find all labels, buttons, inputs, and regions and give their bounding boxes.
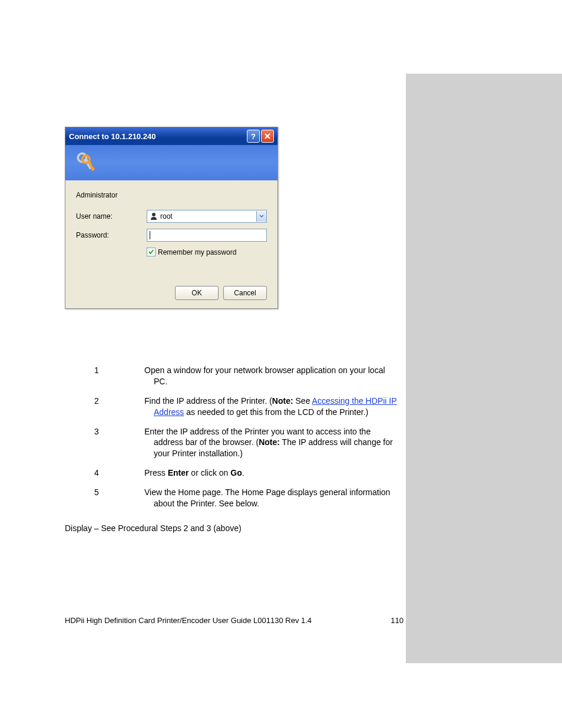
titlebar-buttons: ? bbox=[247, 130, 274, 143]
step-text: Find the IP address of the Printer. (Not… bbox=[144, 396, 401, 418]
step-number: 2 bbox=[94, 396, 144, 418]
remember-checkbox[interactable] bbox=[147, 248, 156, 256]
dialog-titlebar: Connect to 10.1.210.240 ? bbox=[65, 127, 277, 145]
realm-label: Administrator bbox=[76, 191, 267, 199]
step-row: 1 Open a window for your network browser… bbox=[94, 365, 401, 387]
username-value: root bbox=[160, 212, 256, 220]
page-content: Connect to 10.1.210.240 ? Administrator … bbox=[65, 127, 404, 533]
text-cursor bbox=[150, 231, 150, 239]
help-button[interactable]: ? bbox=[247, 130, 260, 143]
checkmark-icon bbox=[148, 249, 154, 255]
step-number: 1 bbox=[94, 365, 144, 387]
step-number: 5 bbox=[94, 487, 144, 509]
keys-icon bbox=[74, 150, 101, 176]
dropdown-arrow[interactable] bbox=[256, 211, 266, 222]
step-text: Press Enter or click on Go. bbox=[144, 467, 401, 479]
close-icon bbox=[264, 133, 271, 140]
steps-table: 1 Open a window for your network browser… bbox=[94, 365, 401, 509]
step-row: 3 Enter the IP address of the Printer yo… bbox=[94, 426, 401, 460]
step-text: View the Home page. The Home Page displa… bbox=[144, 487, 401, 509]
password-row: Password: bbox=[76, 229, 267, 242]
display-caption: Display – See Procedural Steps 2 and 3 (… bbox=[65, 523, 404, 533]
remember-row: Remember my password bbox=[147, 248, 267, 256]
cancel-button[interactable]: Cancel bbox=[223, 286, 267, 300]
step-text: Open a window for your network browser a… bbox=[144, 365, 401, 387]
dialog-buttons: OK Cancel bbox=[65, 280, 277, 308]
step-number: 3 bbox=[94, 426, 144, 460]
right-margin-column bbox=[406, 74, 562, 663]
footer-left: HDPii High Definition Card Printer/Encod… bbox=[65, 616, 312, 625]
step-row: 4 Press Enter or click on Go. bbox=[94, 467, 401, 479]
close-button[interactable] bbox=[261, 130, 274, 143]
dialog-title: Connect to 10.1.210.240 bbox=[69, 132, 156, 141]
auth-dialog: Connect to 10.1.210.240 ? Administrator … bbox=[65, 127, 278, 309]
dialog-body: Administrator User name: root Password: bbox=[65, 180, 277, 280]
chevron-down-icon bbox=[259, 215, 264, 218]
username-combobox[interactable]: root bbox=[147, 210, 267, 223]
step-row: 5 View the Home page. The Home Page disp… bbox=[94, 487, 401, 509]
person-icon bbox=[150, 212, 158, 220]
svg-point-5 bbox=[152, 213, 156, 216]
step-row: 2 Find the IP address of the Printer. (N… bbox=[94, 396, 401, 418]
password-label: Password: bbox=[76, 231, 147, 239]
username-row: User name: root bbox=[76, 210, 267, 223]
step-number: 4 bbox=[94, 467, 144, 479]
page-footer: HDPii High Definition Card Printer/Encod… bbox=[65, 616, 404, 625]
password-input[interactable] bbox=[147, 229, 267, 242]
dialog-banner bbox=[65, 145, 277, 180]
step-text: Enter the IP address of the Printer you … bbox=[144, 426, 401, 460]
page-number: 110 bbox=[391, 616, 404, 625]
ok-button[interactable]: OK bbox=[175, 286, 219, 300]
remember-label: Remember my password bbox=[158, 248, 236, 256]
username-label: User name: bbox=[76, 212, 147, 220]
